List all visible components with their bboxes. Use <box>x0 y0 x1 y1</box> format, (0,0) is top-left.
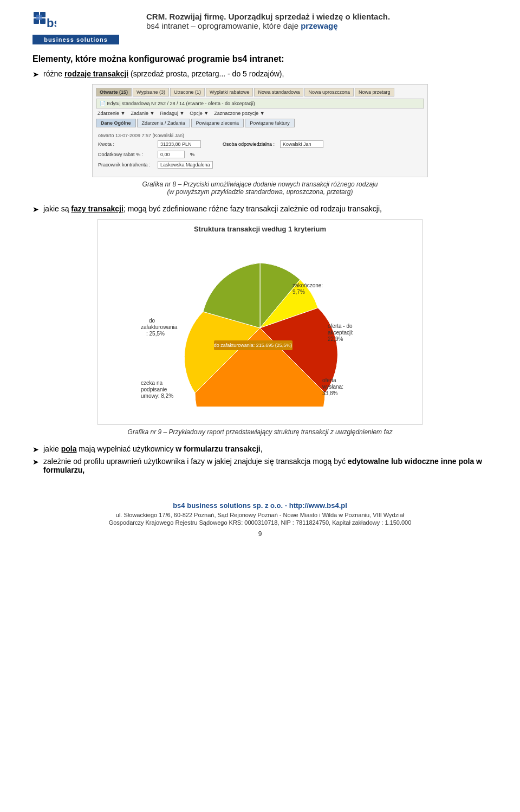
form-label-kwota: Kwota : <box>98 141 152 147</box>
form-info: otwarto 13-07-2009 7:57 (Kowalski Jan) <box>98 133 422 138</box>
form-label-pracownik: Pracownik kontrahenta : <box>98 162 152 167</box>
svg-text:wysłana:: wysłana: <box>322 384 343 390</box>
svg-text:do: do <box>149 318 155 324</box>
tab-nowa-std: Nowa standardowa <box>254 88 303 96</box>
bullet-arrow-3a: ➤ <box>32 445 39 454</box>
nav-redaguj: Redaguj ▼ <box>158 110 186 117</box>
svg-text:akceptacji:: akceptacji: <box>328 330 353 336</box>
form-value-rabat: 0,00 <box>158 151 185 158</box>
bullet2-text: jakie są fazy transakcji; mogą być zdefi… <box>43 204 382 213</box>
nav-opcje: Opcje ▼ <box>188 110 210 117</box>
screenshot-box: Otwarte (15) Wypisane (3) Utracone (1) W… <box>92 84 428 177</box>
footer-page: 9 <box>32 530 487 538</box>
chart-title: Struktura transakcji według 1 kryterium <box>103 225 417 233</box>
bullet-arrow-2: ➤ <box>32 205 39 214</box>
svg-text:czeka na: czeka na <box>141 380 162 386</box>
footer: bs4 business solutions sp. z o.o. - http… <box>32 496 487 538</box>
header-text: CRM. Rozwijaj firmę. Uporządkuj sprzedaż… <box>146 11 487 30</box>
subtab-faktury: Powiązane faktury <box>245 119 295 127</box>
section1-heading: Elementy, które można konfigurować progr… <box>32 54 487 64</box>
bullet-arrow-1: ➤ <box>32 70 39 79</box>
bs4-logo-icon: bs4 <box>32 11 56 33</box>
bullet1: ➤ różne rodzaje transakcji (sprzedaż pro… <box>32 69 487 79</box>
tab-otwarte: Otwarte (15) <box>96 88 132 96</box>
svg-text:oferta: oferta <box>322 377 336 383</box>
svg-text:podpisanie: podpisanie <box>141 386 167 392</box>
bullet3b-text: zależnie od profilu uprawnień użytkownik… <box>43 457 487 474</box>
page-header: bs4 business solutions CRM. Rozwijaj fir… <box>32 11 487 44</box>
tab-wypisane: Wypisane (3) <box>133 88 169 96</box>
svg-text:do zafakturowania: 215.695 (25: do zafakturowania: 215.695 (25,5%) <box>214 343 292 348</box>
subtab-zlecenia: Powiązane zlecenia <box>191 119 244 127</box>
logo-area: bs4 business solutions <box>32 11 130 44</box>
logo-top: bs4 <box>32 11 56 33</box>
tab-nowa-upr: Nowa uproszczona <box>304 88 354 96</box>
caption8: Grafika nr 8 – Przyciski umożliwiające d… <box>92 181 428 196</box>
tab-rabatowe: Wypłatki rabatowe <box>206 88 253 96</box>
form-label-rabat: Dodatkowy rabat % : <box>98 152 152 157</box>
bullet-arrow-3b: ➤ <box>32 457 39 466</box>
tab-utracone: Utracone (1) <box>170 88 205 96</box>
form-row-pracownik: Pracownik kontrahenta : Laskowska Magdal… <box>98 161 422 169</box>
tab-nowa-prz: Nowa przetarg <box>355 88 394 96</box>
bullet2: ➤ jakie są fazy transakcji; mogą być zde… <box>32 204 487 214</box>
screenshot-form: otwarto 13-07-2009 7:57 (Kowalski Jan) K… <box>96 131 424 173</box>
screenshot-nav: Zdarzenie ▼ Zadanie ▼ Redaguj ▼ Opcje ▼ … <box>96 110 424 117</box>
pie-chart-svg: do zafakturowania: 215.695 (25,5%) zakoń… <box>108 239 412 407</box>
screenshot-subtabs: Dane Ogólne Zdarzenia / Zadania Powiązan… <box>96 119 424 127</box>
nav-zdarzenie: Zdarzenie ▼ <box>96 110 127 117</box>
svg-text:zafakturowania: zafakturowania <box>141 324 178 330</box>
screenshot-tabs: Otwarte (15) Wypisane (3) Utracone (1) W… <box>96 88 424 96</box>
footer-address2: Gospodarczy Krajowego Rejestru Sądowego … <box>32 519 487 526</box>
form-label-osoba: Osoba odpowiedzialna : <box>223 141 275 147</box>
svg-rect-4 <box>36 15 42 20</box>
caption9: Grafika nr 9 – Przykładowy raport przeds… <box>92 428 428 436</box>
bullet3a-text: jakie pola mają wypełniać użytkownicy w … <box>43 444 263 453</box>
bullet1-text: różne rodzaje transakcji (sprzedaż prost… <box>43 69 284 78</box>
form-value-osoba: Kowalski Jan <box>280 140 323 148</box>
form-row-kwota: Kwota : 31233,88 PLN Osoba odpowiedzialn… <box>98 140 422 148</box>
form-row-rabat: Dodatkowy rabat % : 0,00 % <box>98 151 422 158</box>
header-line1: CRM. Rozwijaj firmę. Uporządkuj sprzedaż… <box>146 12 487 21</box>
nav-zaznaczone: Zaznaczone pozycje ▼ <box>212 110 266 117</box>
form-value-kwota: 31233,88 PLN <box>158 140 201 148</box>
form-percent: % <box>190 152 194 157</box>
svg-text:9,7%: 9,7% <box>292 289 305 295</box>
subtab-zdarzenia: Zdarzenia / Zadania <box>137 119 190 127</box>
chart-container: Struktura transakcji według 1 kryterium … <box>98 219 422 425</box>
bullet3b: ➤ zależnie od profilu uprawnień użytkown… <box>32 457 487 474</box>
subtab-dane: Dane Ogólne <box>96 119 136 127</box>
footer-address1: ul. Słowackiego 17/6, 60-822 Poznań, Sąd… <box>32 512 487 518</box>
svg-text:bs4: bs4 <box>47 16 56 30</box>
svg-text:oferta - do: oferta - do <box>328 323 353 329</box>
screenshot-toolbar: 📄 Edytuj standardową Nr 252 / 28 / 14 (e… <box>96 99 424 108</box>
svg-text:33,8%: 33,8% <box>322 390 337 396</box>
svg-text:: 25,5%: : 25,5% <box>146 331 165 337</box>
nav-zadanie: Zadanie ▼ <box>129 110 156 117</box>
logo-badge: business solutions <box>32 35 119 44</box>
bullet3a: ➤ jakie pola mają wypełniać użytkownicy … <box>32 444 487 454</box>
footer-company: bs4 business solutions sp. z o.o. - http… <box>32 501 487 510</box>
svg-text:umowy: 8,2%: umowy: 8,2% <box>141 393 173 399</box>
form-value-pracownik: Laskowska Magdalena <box>158 161 213 169</box>
header-line2: bs4 intranet – oprogramowanie, które daj… <box>146 21 487 30</box>
svg-text:zakończone:: zakończone: <box>292 282 323 288</box>
svg-text:22,9%: 22,9% <box>328 336 343 342</box>
